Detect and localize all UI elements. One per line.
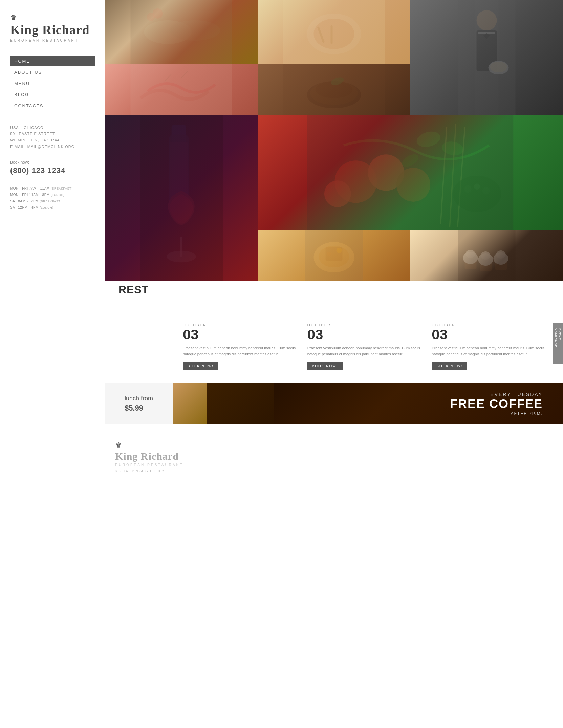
promo-after: AFTER 7p.m. — [450, 411, 543, 416]
footer-logo: ♛ King Richard European Restaurant © 201… — [115, 441, 183, 473]
svg-point-52 — [327, 252, 331, 256]
promo-coffee-img — [207, 383, 274, 424]
svg-point-49 — [319, 246, 349, 267]
logo-subtitle: European Restaurant — [10, 39, 95, 42]
svg-line-41 — [458, 127, 465, 227]
svg-point-2 — [170, 20, 220, 41]
svg-point-55 — [463, 252, 478, 264]
book-section: Book now: (800) 123 1234 — [10, 160, 95, 175]
promo-every: every tuesday — [450, 392, 543, 397]
svg-rect-8 — [317, 26, 325, 43]
promo-lunch: lunch from $5.99 — [105, 383, 173, 424]
svg-point-58 — [478, 253, 493, 266]
svg-rect-47 — [305, 230, 363, 281]
svg-rect-14 — [478, 32, 495, 34]
event-text-0: Praesent vestibulum aenean nonummy hendr… — [183, 345, 301, 357]
footer-crown-icon: ♛ — [115, 441, 183, 450]
footer-logo-subtitle: European Restaurant — [115, 463, 183, 467]
book-phone: (800) 123 1234 — [10, 166, 95, 175]
svg-point-62 — [496, 250, 506, 259]
events-section: OCTOBER 03 Praesent vestibulum aenean no… — [105, 316, 563, 383]
event-card-0: OCTOBER 03 Praesent vestibulum aenean no… — [183, 323, 301, 370]
svg-point-23 — [310, 81, 358, 105]
svg-point-59 — [481, 251, 491, 260]
hours-days-2: SAT 8AM - 12PM — [10, 199, 39, 203]
svg-point-56 — [466, 250, 475, 258]
photo-waiter — [410, 0, 563, 115]
svg-point-37 — [415, 129, 442, 150]
photo-grid — [105, 0, 563, 237]
svg-rect-0 — [131, 0, 232, 64]
svg-rect-10 — [458, 0, 516, 115]
footer-logo-name: King Richard — [115, 450, 183, 462]
tagline-line3: REST — [118, 283, 186, 296]
hours-meal-2: (BREAKFAST) — [40, 200, 62, 203]
svg-point-43 — [464, 185, 471, 193]
event-day-0: 03 — [183, 328, 301, 342]
logo-name: King Richard — [10, 23, 95, 37]
svg-rect-60 — [495, 261, 507, 270]
photo-wine — [105, 115, 258, 281]
address-line2: 901 EASTE E STREET, — [10, 131, 95, 137]
book-btn-1[interactable]: BOOK NOW! — [307, 362, 343, 370]
photo-tomatoes — [258, 115, 563, 230]
hours-meal-1: (LUNCH) — [51, 193, 65, 197]
svg-point-30 — [167, 251, 196, 263]
svg-point-51 — [337, 248, 342, 253]
event-day-2: 03 — [432, 328, 549, 342]
hours-row-3: SAT 12PM - 4PM (LUNCH) — [10, 204, 95, 211]
nav-menu[interactable]: MENU — [10, 78, 95, 89]
svg-rect-9 — [331, 25, 333, 44]
svg-line-40 — [450, 124, 456, 227]
svg-rect-5 — [283, 0, 385, 64]
svg-rect-21 — [283, 64, 385, 115]
event-month-0: OCTOBER — [183, 323, 301, 327]
email-link[interactable]: MAIL@DEMOLINK.ORG — [27, 145, 74, 149]
nav-home[interactable]: HOME — [10, 56, 95, 66]
svg-point-7 — [314, 19, 354, 49]
svg-marker-15 — [483, 33, 490, 39]
svg-line-20 — [181, 71, 188, 78]
photo-pasta — [258, 0, 410, 64]
svg-rect-27 — [172, 125, 186, 213]
svg-point-35 — [396, 168, 430, 202]
svg-point-6 — [307, 14, 361, 54]
book-label: Book now: — [10, 160, 95, 165]
promo-coffee-text: every tuesday FREE COFFEE AFTER 7p.m. — [450, 392, 543, 416]
svg-point-44 — [474, 183, 480, 190]
svg-rect-50 — [326, 247, 343, 261]
event-card-1: OCTOBER 03 Praesent vestibulum aenean no… — [307, 323, 425, 370]
book-btn-2[interactable]: BOOK NOW! — [432, 362, 467, 370]
hours-days-1: MON - FRI 11AM - 8PM — [10, 193, 50, 197]
address-text: USA – CHICAGO, 901 EASTE E STREET, WILMI… — [10, 125, 95, 150]
svg-point-25 — [330, 76, 345, 87]
event-text-1: Praesent vestibulum aenean nonummy hendr… — [307, 345, 425, 357]
promo-lunch-text-block: lunch from $5.99 — [125, 394, 153, 413]
event-month-2: OCTOBER — [432, 323, 549, 327]
nav-blog[interactable]: BLOG — [10, 89, 95, 100]
photo-fish — [105, 0, 258, 64]
svg-point-48 — [314, 242, 354, 272]
promo-lunch-img — [173, 383, 207, 424]
hours-meal-3: (LUNCH) — [40, 206, 53, 209]
event-calendar-tab[interactable]: EVENT CALENDAR — [553, 323, 563, 364]
hours-section: MON - FRI 7AM - 11AM (BREAKFAST) MON - F… — [10, 185, 95, 211]
promo-section: lunch from $5.99 every tuesday FREE COFF… — [105, 383, 563, 424]
promo-free-coffee: FREE COFFEE — [450, 397, 543, 411]
svg-point-24 — [316, 81, 353, 98]
svg-line-19 — [165, 74, 171, 81]
event-month-1: OCTOBER — [307, 323, 425, 327]
svg-point-16 — [489, 61, 509, 74]
nav-contacts[interactable]: CONTACTS — [10, 101, 95, 111]
nav-about[interactable]: ABOUT US — [10, 67, 95, 78]
svg-rect-11 — [475, 0, 499, 115]
svg-rect-53 — [458, 230, 516, 281]
hours-row-0: MON - FRI 7AM - 11AM (BREAKFAST) — [10, 185, 95, 192]
event-card-2: OCTOBER 03 Praesent vestibulum aenean no… — [432, 323, 549, 370]
svg-rect-28 — [169, 135, 189, 213]
book-btn-0[interactable]: BOOK NOW! — [183, 362, 218, 370]
promo-coffee: every tuesday FREE COFFEE AFTER 7p.m. — [207, 383, 563, 424]
promo-lunch-text: lunch from $5.99 — [125, 394, 153, 413]
svg-rect-18 — [131, 64, 232, 115]
svg-rect-57 — [480, 262, 492, 271]
